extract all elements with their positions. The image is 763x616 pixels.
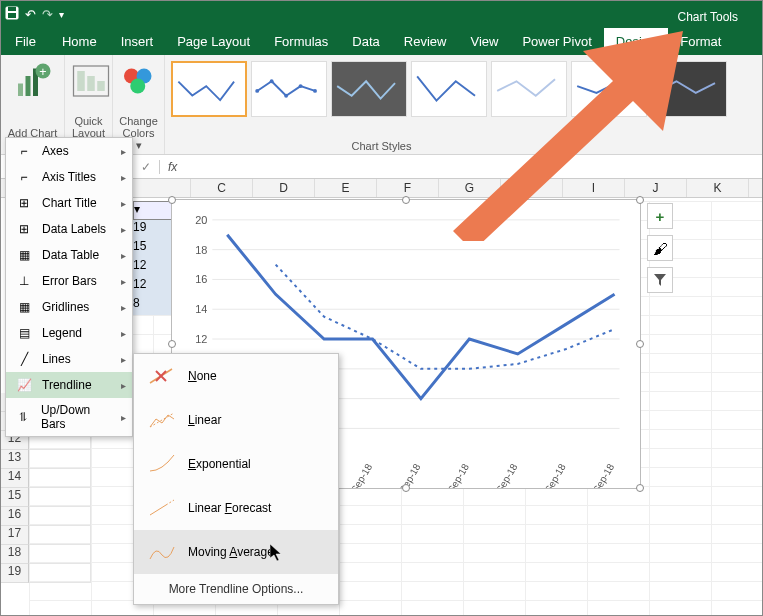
col-e[interactable]: E bbox=[315, 179, 377, 197]
menu-lines[interactable]: ╱Lines▸ bbox=[6, 346, 132, 372]
tab-format[interactable]: Format bbox=[668, 28, 733, 55]
chart-styles-label: Chart Styles bbox=[352, 140, 412, 152]
chart-title-icon: ⊞ bbox=[14, 195, 34, 211]
row-14[interactable]: 14 bbox=[1, 469, 29, 488]
gridlines-icon: ▦ bbox=[14, 299, 34, 315]
svg-text:09-Sep-18: 09-Sep-18 bbox=[535, 461, 568, 488]
chart-side-buttons: + 🖌 bbox=[647, 203, 673, 293]
col-d[interactable]: D bbox=[253, 179, 315, 197]
tab-view[interactable]: View bbox=[458, 28, 510, 55]
col-k[interactable]: K bbox=[687, 179, 749, 197]
menu-updown-bars[interactable]: ⥮Up/Down Bars▸ bbox=[6, 398, 132, 436]
change-colors-label: Change Colors bbox=[119, 115, 158, 139]
tab-power-pivot[interactable]: Power Pivot bbox=[510, 28, 603, 55]
enter-icon[interactable]: ✓ bbox=[141, 160, 151, 174]
menu-data-labels[interactable]: ⊞Data Labels▸ bbox=[6, 216, 132, 242]
col-i[interactable]: I bbox=[563, 179, 625, 197]
chart-styles-button[interactable]: 🖌 bbox=[647, 235, 673, 261]
tab-page-layout[interactable]: Page Layout bbox=[165, 28, 262, 55]
cell-b5[interactable]: 12 bbox=[133, 258, 173, 277]
chart-style-3[interactable] bbox=[331, 61, 407, 117]
cell-b4[interactable]: 15 bbox=[133, 239, 173, 258]
trendline-linear-forecast[interactable]: Linear Forecast bbox=[134, 486, 338, 530]
trendline-exponential-icon bbox=[148, 452, 176, 476]
chart-style-5[interactable] bbox=[491, 61, 567, 117]
trendline-moving-average[interactable]: Moving Average bbox=[134, 530, 338, 574]
menu-gridlines[interactable]: ▦Gridlines▸ bbox=[6, 294, 132, 320]
chart-style-1[interactable] bbox=[171, 61, 247, 117]
chart-filters-button[interactable] bbox=[647, 267, 673, 293]
chart-style-4[interactable] bbox=[411, 61, 487, 117]
save-icon[interactable] bbox=[5, 6, 19, 23]
svg-text:18: 18 bbox=[195, 244, 207, 256]
redo-icon[interactable]: ↷ bbox=[42, 7, 53, 22]
menu-axis-titles[interactable]: ⌐Axis Titles▸ bbox=[6, 164, 132, 190]
col-j[interactable]: J bbox=[625, 179, 687, 197]
cell-b6[interactable]: 12 bbox=[133, 277, 173, 296]
data-table-icon: ▦ bbox=[14, 247, 34, 263]
svg-rect-10 bbox=[87, 76, 95, 91]
trendline-linear[interactable]: Linear bbox=[134, 398, 338, 442]
tab-review[interactable]: Review bbox=[392, 28, 459, 55]
qat-more-icon[interactable]: ▾ bbox=[59, 9, 64, 20]
svg-text:+: + bbox=[39, 65, 46, 79]
menu-chart-title[interactable]: ⊞Chart Title▸ bbox=[6, 190, 132, 216]
row-17[interactable]: 17 bbox=[1, 526, 29, 545]
trendline-exponential[interactable]: Exponential bbox=[134, 442, 338, 486]
menu-trendline[interactable]: 📈Trendline▸ bbox=[6, 372, 132, 398]
chart-tools-label: Chart Tools bbox=[658, 4, 758, 24]
svg-text:12: 12 bbox=[195, 333, 207, 345]
svg-rect-3 bbox=[18, 84, 23, 97]
svg-point-14 bbox=[130, 79, 145, 94]
menu-legend[interactable]: ▤Legend▸ bbox=[6, 320, 132, 346]
chart-style-7[interactable] bbox=[651, 61, 727, 117]
trendline-more-options[interactable]: More Trendline Options... bbox=[134, 574, 338, 604]
svg-point-15 bbox=[255, 89, 259, 93]
tab-file[interactable]: File bbox=[1, 28, 50, 55]
chart-elements-button[interactable]: + bbox=[647, 203, 673, 229]
tab-insert[interactable]: Insert bbox=[109, 28, 166, 55]
fx-label[interactable]: fx bbox=[160, 160, 185, 174]
menu-error-bars[interactable]: ⊥Error Bars▸ bbox=[6, 268, 132, 294]
quick-layout-icon bbox=[71, 61, 111, 101]
svg-rect-4 bbox=[25, 76, 30, 96]
svg-text:07-Sep-18: 07-Sep-18 bbox=[438, 461, 471, 488]
cursor-icon bbox=[270, 544, 284, 562]
undo-icon[interactable]: ↶ bbox=[25, 7, 36, 22]
row-18[interactable]: 18 bbox=[1, 545, 29, 564]
cell-header[interactable]: ▾ bbox=[133, 201, 173, 220]
svg-rect-1 bbox=[8, 7, 16, 11]
col-c[interactable]: C bbox=[191, 179, 253, 197]
svg-rect-9 bbox=[77, 71, 85, 91]
title-bar: ↶ ↷ ▾ Chart Tools bbox=[1, 1, 762, 27]
row-16[interactable]: 16 bbox=[1, 507, 29, 526]
svg-text:14: 14 bbox=[195, 303, 207, 315]
row-13[interactable]: 13 bbox=[1, 450, 29, 469]
col-h[interactable]: H bbox=[501, 179, 563, 197]
chart-styles-gallery[interactable] bbox=[165, 55, 762, 154]
cell-b7[interactable]: 8 bbox=[133, 296, 173, 315]
menu-data-table[interactable]: ▦Data Table▸ bbox=[6, 242, 132, 268]
tab-data[interactable]: Data bbox=[340, 28, 391, 55]
legend-icon: ▤ bbox=[14, 325, 34, 341]
error-bars-icon: ⊥ bbox=[14, 273, 34, 289]
add-chart-element-menu: ⌐Axes▸ ⌐Axis Titles▸ ⊞Chart Title▸ ⊞Data… bbox=[5, 137, 133, 437]
row-19[interactable]: 19 bbox=[1, 564, 29, 583]
row-15[interactable]: 15 bbox=[1, 488, 29, 507]
chart-style-6[interactable] bbox=[571, 61, 647, 117]
menu-axes[interactable]: ⌐Axes▸ bbox=[6, 138, 132, 164]
trendline-forecast-icon bbox=[148, 496, 176, 520]
tab-home[interactable]: Home bbox=[50, 28, 109, 55]
tab-formulas[interactable]: Formulas bbox=[262, 28, 340, 55]
col-f[interactable]: F bbox=[377, 179, 439, 197]
svg-text:20: 20 bbox=[195, 214, 207, 226]
trendline-none[interactable]: None bbox=[134, 354, 338, 398]
tab-design[interactable]: Design bbox=[604, 28, 668, 55]
lines-icon: ╱ bbox=[14, 351, 34, 367]
change-colors-icon bbox=[119, 61, 159, 101]
axes-icon: ⌐ bbox=[14, 143, 34, 159]
cell-b3[interactable]: 19 bbox=[133, 220, 173, 239]
chart-style-2[interactable] bbox=[251, 61, 327, 117]
col-g[interactable]: G bbox=[439, 179, 501, 197]
svg-rect-2 bbox=[8, 13, 16, 18]
